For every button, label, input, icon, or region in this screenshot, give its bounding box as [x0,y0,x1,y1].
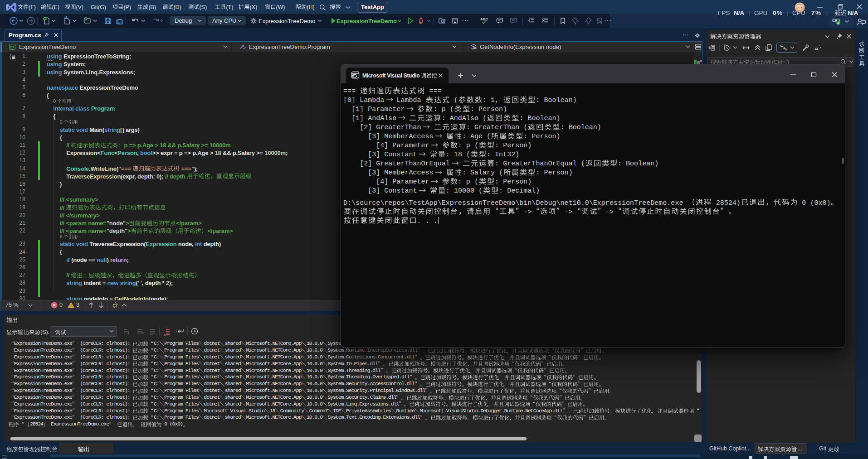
svg-text:ABC: ABC [480,17,488,21]
svg-text:C:\: C:\ [353,75,357,78]
svg-text:C#: C# [10,45,15,49]
